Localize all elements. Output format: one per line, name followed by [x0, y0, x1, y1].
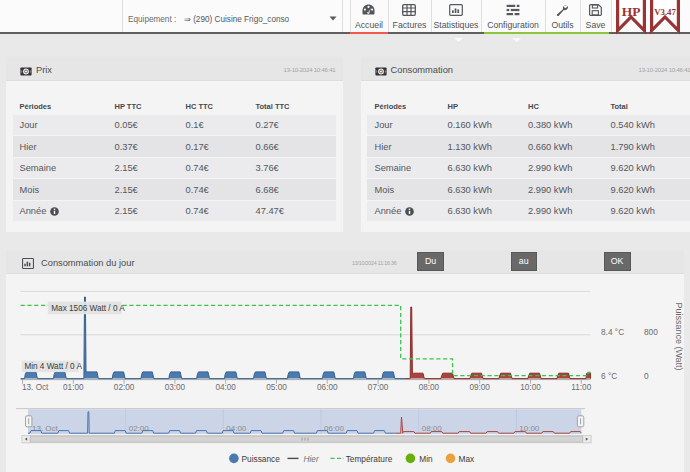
svg-text:Min: Min — [419, 454, 433, 464]
svg-text:03:00: 03:00 — [165, 383, 186, 392]
svg-text:HP: HP — [621, 4, 640, 19]
svg-text:06:00: 06:00 — [317, 383, 338, 392]
svg-text:04:00: 04:00 — [226, 424, 247, 433]
svg-text:06:00: 06:00 — [324, 424, 345, 433]
svg-text:V3.47: V3.47 — [654, 7, 676, 17]
svg-text:05:00: 05:00 — [266, 383, 287, 392]
svg-text:02:00: 02:00 — [129, 424, 150, 433]
svg-text:11:00: 11:00 — [571, 383, 591, 392]
svg-text:800: 800 — [644, 327, 658, 337]
svg-text:02:00: 02:00 — [114, 383, 135, 392]
svg-text:13. Oct: 13. Oct — [32, 424, 59, 433]
svg-text:13. Oct: 13. Oct — [22, 383, 49, 392]
svg-text:Hier: Hier — [304, 454, 320, 464]
svg-text:Min 4 Watt / 0 A: Min 4 Watt / 0 A — [24, 362, 82, 371]
svg-text:8.4 °C: 8.4 °C — [601, 327, 624, 337]
svg-text:08:00: 08:00 — [419, 383, 440, 392]
svg-text:10:00: 10:00 — [520, 383, 541, 392]
svg-text:Max: Max — [459, 454, 476, 464]
svg-text:0: 0 — [644, 371, 649, 381]
svg-text:Puissance: Puissance — [242, 454, 281, 464]
svg-text:6 °C: 6 °C — [601, 371, 617, 381]
svg-text:07:00: 07:00 — [368, 383, 389, 392]
svg-text:04:00: 04:00 — [215, 383, 236, 392]
svg-text:09:00: 09:00 — [469, 383, 490, 392]
svg-text:01:00: 01:00 — [63, 383, 84, 392]
svg-text:Puissance (Watt): Puissance (Watt) — [674, 302, 684, 370]
svg-text:Max 1506 Watt / 0 A: Max 1506 Watt / 0 A — [51, 304, 125, 313]
svg-text:Température: Température — [346, 454, 393, 464]
